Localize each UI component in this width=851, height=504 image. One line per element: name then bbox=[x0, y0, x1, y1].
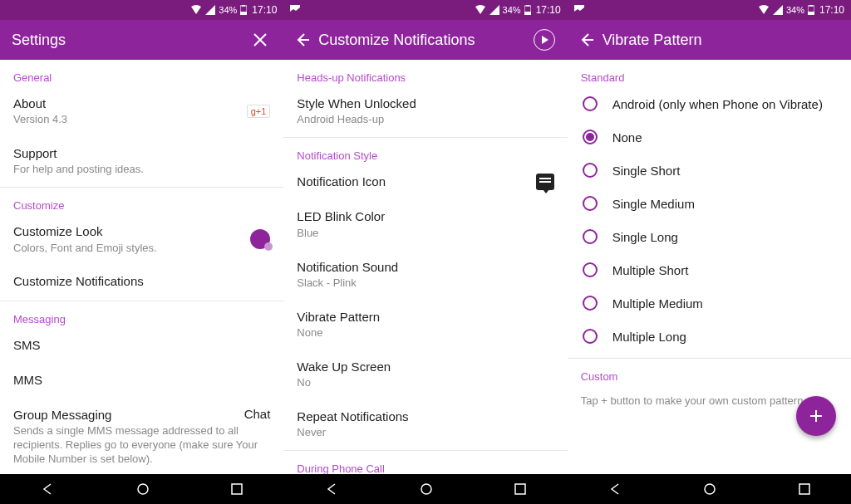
radio-option[interactable]: Single Medium bbox=[568, 187, 851, 220]
repeat-title: Repeat Notifications bbox=[297, 409, 553, 425]
row-vibrate-pattern[interactable]: Vibrate Pattern None bbox=[283, 301, 567, 350]
row-notification-icon[interactable]: Notification Icon bbox=[283, 165, 567, 200]
fab-add-pattern[interactable] bbox=[796, 396, 836, 436]
row-customize-look[interactable]: Customize Look Colors, Font and Emoji st… bbox=[0, 215, 283, 265]
mms-title: MMS bbox=[13, 372, 270, 389]
nav-home-icon[interactable] bbox=[136, 482, 150, 496]
radio-label: Single Short bbox=[612, 164, 681, 178]
wifi-icon bbox=[475, 5, 486, 15]
wake-sub: No bbox=[297, 376, 553, 390]
notif-title: Customize Notifications bbox=[13, 273, 270, 290]
row-about[interactable]: About Version 4.3 g+1 bbox=[0, 87, 283, 137]
page-title: Customize Notifications bbox=[318, 32, 532, 49]
screen-customize-notifications: 34% 17:10 Customize Notifications Heads-… bbox=[283, 0, 567, 504]
radio-label: Multiple Medium bbox=[612, 296, 703, 311]
statusbar: 34% 17:10 bbox=[0, 0, 283, 20]
row-repeat-notifications[interactable]: Repeat Notifications Never bbox=[283, 400, 567, 450]
svg-rect-8 bbox=[524, 12, 531, 15]
support-title: Support bbox=[13, 145, 270, 162]
nav-home-icon[interactable] bbox=[703, 482, 716, 496]
radio-option[interactable]: Multiple Long bbox=[568, 320, 851, 353]
wifi-icon bbox=[190, 5, 202, 15]
battery-pct: 34% bbox=[786, 5, 804, 15]
row-mms[interactable]: MMS bbox=[0, 364, 283, 399]
radio-icon bbox=[583, 163, 598, 178]
screenshot-icon bbox=[574, 5, 584, 15]
battery-icon bbox=[240, 5, 247, 15]
vibrate-list: Standard Android (only when Phone on Vib… bbox=[568, 60, 851, 474]
radio-label: Single Long bbox=[612, 230, 678, 244]
nav-back-icon[interactable] bbox=[325, 482, 338, 496]
row-wake-up[interactable]: Wake Up Screen No bbox=[283, 350, 567, 400]
nav-recent-icon[interactable] bbox=[514, 483, 526, 495]
radio-icon bbox=[583, 229, 598, 244]
play-button[interactable] bbox=[533, 28, 556, 51]
battery-pct: 34% bbox=[503, 5, 521, 15]
about-title: About bbox=[13, 95, 240, 112]
group-title: Group Messaging bbox=[13, 407, 111, 423]
close-button[interactable] bbox=[248, 28, 272, 51]
section-customize: Customize bbox=[0, 188, 283, 215]
back-button[interactable] bbox=[579, 32, 603, 47]
style-title: Style When Unlocked bbox=[297, 95, 553, 112]
vibrate-sub: None bbox=[297, 326, 553, 340]
radio-option[interactable]: Multiple Short bbox=[568, 253, 851, 286]
back-button[interactable] bbox=[295, 32, 318, 47]
page-title: Vibrate Pattern bbox=[603, 32, 839, 49]
radio-label: Android (only when Phone on Vibrate) bbox=[612, 97, 823, 111]
repeat-sub: Never bbox=[297, 426, 553, 440]
row-customize-notifications[interactable]: Customize Notifications bbox=[0, 265, 283, 300]
section-headsup: Heads-up Notifications bbox=[283, 60, 567, 87]
cell-signal-icon bbox=[489, 5, 499, 15]
svg-point-15 bbox=[705, 484, 715, 494]
nav-back-icon[interactable] bbox=[41, 482, 54, 496]
row-sms[interactable]: SMS bbox=[0, 329, 283, 364]
navbar bbox=[568, 474, 851, 504]
navbar bbox=[283, 474, 567, 504]
row-group-messaging[interactable]: Group Messaging Chat Sends a single MMS … bbox=[0, 399, 283, 474]
radio-icon bbox=[583, 296, 598, 311]
radio-option[interactable]: Android (only when Phone on Vibrate) bbox=[568, 87, 851, 120]
wifi-icon bbox=[758, 5, 770, 15]
gplus-badge[interactable]: g+1 bbox=[247, 105, 271, 118]
svg-rect-13 bbox=[809, 5, 813, 7]
plus-icon bbox=[808, 408, 824, 424]
vibrate-title: Vibrate Pattern bbox=[297, 309, 553, 325]
radio-option[interactable]: Single Short bbox=[568, 154, 851, 187]
battery-pct: 34% bbox=[219, 5, 237, 15]
radio-option[interactable]: None bbox=[568, 120, 851, 154]
nav-home-icon[interactable] bbox=[420, 482, 433, 496]
nav-back-icon[interactable] bbox=[608, 482, 622, 496]
wake-title: Wake Up Screen bbox=[297, 359, 553, 375]
radio-label: None bbox=[612, 130, 642, 144]
cell-signal-icon bbox=[205, 5, 215, 15]
svg-rect-16 bbox=[799, 484, 809, 494]
nav-recent-icon[interactable] bbox=[799, 483, 810, 495]
clock: 17:10 bbox=[536, 4, 561, 16]
page-title: Settings bbox=[12, 32, 248, 49]
radio-icon bbox=[583, 96, 598, 111]
notifications-list: Heads-up Notifications Style When Unlock… bbox=[283, 60, 567, 474]
row-led-blink[interactable]: LED Blink Color Blue bbox=[283, 200, 567, 250]
toolbar: Customize Notifications bbox=[283, 20, 567, 60]
row-support[interactable]: Support For help and posting ideas. bbox=[0, 137, 283, 187]
row-notification-sound[interactable]: Notification Sound Slack - Plink bbox=[283, 251, 567, 301]
svg-rect-10 bbox=[515, 484, 525, 494]
sound-sub: Slack - Plink bbox=[297, 276, 553, 291]
radio-icon bbox=[583, 196, 598, 211]
look-sub: Colors, Font and Emoji styles. bbox=[13, 242, 243, 256]
toolbar: Vibrate Pattern bbox=[568, 20, 851, 60]
sms-title: SMS bbox=[13, 337, 270, 354]
style-sub: Android Heads-up bbox=[297, 113, 553, 127]
support-sub: For help and posting ideas. bbox=[13, 163, 270, 177]
radio-icon bbox=[583, 130, 598, 144]
clock: 17:10 bbox=[819, 4, 844, 16]
row-style-unlocked[interactable]: Style When Unlocked Android Heads-up bbox=[283, 87, 567, 137]
group-side: Chat bbox=[244, 407, 271, 423]
radio-option[interactable]: Multiple Medium bbox=[568, 286, 851, 320]
battery-icon bbox=[808, 5, 814, 15]
sound-title: Notification Sound bbox=[297, 259, 553, 276]
section-standard: Standard bbox=[568, 60, 851, 87]
radio-option[interactable]: Single Long bbox=[568, 220, 851, 253]
nav-recent-icon[interactable] bbox=[231, 483, 243, 495]
